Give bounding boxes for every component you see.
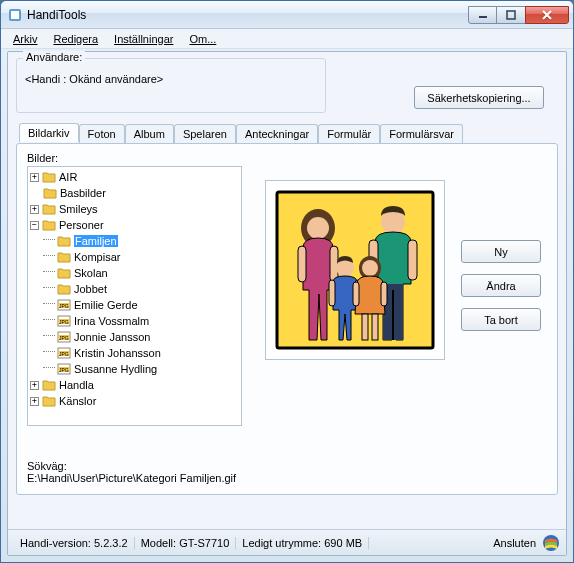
backup-button[interactable]: Säkerhetskopiering... [414, 86, 544, 109]
folder-icon [42, 203, 56, 215]
folder-icon [57, 283, 71, 295]
jpg-icon: JPG [57, 363, 71, 375]
tab-foton[interactable]: Foton [79, 124, 125, 143]
svg-text:JPG: JPG [59, 335, 69, 341]
status-model: GT-S7710 [179, 537, 229, 549]
svg-rect-1 [11, 11, 19, 19]
status-version: 5.2.3.2 [94, 537, 128, 549]
tree-node-label: Personer [59, 219, 104, 231]
svg-rect-26 [408, 240, 417, 280]
window-title: HandiTools [27, 8, 469, 22]
svg-text:JPG: JPG [59, 319, 69, 325]
tab-bildarkiv[interactable]: Bildarkiv [19, 123, 79, 142]
folder-icon [43, 187, 57, 199]
svg-rect-22 [298, 246, 306, 282]
menu-om[interactable]: Om... [181, 31, 224, 47]
tree-node-label: AIR [59, 171, 77, 183]
svg-rect-37 [372, 314, 378, 340]
jpg-icon: JPG [57, 331, 71, 343]
tab-anteckningar[interactable]: Anteckningar [236, 124, 318, 143]
svg-text:JPG: JPG [59, 351, 69, 357]
menu-redigera[interactable]: Redigera [45, 31, 106, 47]
maximize-button[interactable] [496, 6, 526, 24]
status-version-label: Handi-version: [20, 537, 91, 549]
tree-node[interactable]: JPGJonnie Jansson [30, 329, 239, 345]
user-groupbox-label: Användare: [23, 51, 85, 63]
path-label: Sökväg: [27, 460, 236, 472]
expand-icon[interactable]: + [30, 381, 39, 390]
close-button[interactable] [525, 6, 569, 24]
tree-node[interactable]: Skolan [30, 265, 239, 281]
tree-node[interactable]: Jobbet [30, 281, 239, 297]
tree-node[interactable]: +AIR [30, 169, 239, 185]
tree-node-label: Jonnie Jansson [74, 331, 150, 343]
new-button[interactable]: Ny [461, 240, 541, 263]
tree-node-label: Skolan [74, 267, 108, 279]
tree-label: Bilder: [27, 152, 547, 164]
tree-node-label: Familjen [74, 235, 118, 247]
edit-button[interactable]: Ändra [461, 274, 541, 297]
family-icon [275, 190, 435, 350]
folder-icon [42, 219, 56, 231]
tree-node[interactable]: −Personer [30, 217, 239, 233]
svg-point-21 [307, 217, 329, 239]
jpg-icon: JPG [57, 299, 71, 311]
svg-point-33 [362, 260, 378, 276]
tree-node[interactable]: +Handla [30, 377, 239, 393]
svg-rect-35 [381, 282, 387, 306]
menu-installningar[interactable]: Inställningar [106, 31, 181, 47]
folder-icon [42, 379, 56, 391]
collapse-icon[interactable]: − [30, 221, 39, 230]
tree-node[interactable]: +Smileys [30, 201, 239, 217]
expand-icon[interactable]: + [30, 205, 39, 214]
folder-icon [57, 267, 71, 279]
app-icon [7, 7, 23, 23]
tree-node-label: Jobbet [74, 283, 107, 295]
tree-node[interactable]: Basbilder [30, 185, 239, 201]
svg-rect-36 [362, 314, 368, 340]
svg-rect-30 [329, 280, 335, 306]
folder-icon [57, 251, 71, 263]
expand-icon[interactable]: + [30, 173, 39, 182]
tree-view[interactable]: +AIRBasbilder+Smileys−PersonerFamiljenKo… [27, 166, 242, 426]
svg-text:JPG: JPG [59, 303, 69, 309]
tab-album[interactable]: Album [125, 124, 174, 143]
status-model-label: Modell: [141, 537, 176, 549]
status-space: 690 MB [324, 537, 362, 549]
windows-orb-icon [542, 534, 560, 552]
delete-button[interactable]: Ta bort [461, 308, 541, 331]
tree-node-label: Basbilder [60, 187, 106, 199]
tree-node[interactable]: Familjen [30, 233, 239, 249]
tree-node-label: Irina Vossmalm [74, 315, 149, 327]
jpg-icon: JPG [57, 315, 71, 327]
backup-button-label: Säkerhetskopiering... [427, 92, 530, 104]
tab-formulär[interactable]: Formulär [318, 124, 380, 143]
tree-node-label: Handla [59, 379, 94, 391]
minimize-button[interactable] [468, 6, 497, 24]
user-groupbox: Användare: <Handi : Okänd användare> [16, 58, 326, 113]
statusbar: Handi-version: 5.2.3.2 Modell: GT-S7710 … [8, 529, 566, 555]
svg-rect-23 [330, 246, 338, 282]
tree-node[interactable]: JPGEmilie Gerde [30, 297, 239, 313]
menu-arkiv[interactable]: Arkiv [5, 31, 45, 47]
tree-node[interactable]: JPGKristin Johansson [30, 345, 239, 361]
tab-spelaren[interactable]: Spelaren [174, 124, 236, 143]
svg-text:JPG: JPG [59, 367, 69, 373]
tree-node[interactable]: Kompisar [30, 249, 239, 265]
path-value: E:\Handi\User\Picture\Kategori Familjen.… [27, 472, 236, 484]
tree-node[interactable]: +Känslor [30, 393, 239, 409]
tree-node-label: Smileys [59, 203, 98, 215]
user-text: <Handi : Okänd användare> [25, 73, 317, 85]
tab-formulärsvar[interactable]: Formulärsvar [380, 124, 463, 143]
tree-node[interactable]: JPGIrina Vossmalm [30, 313, 239, 329]
svg-rect-34 [353, 282, 359, 306]
menubar: Arkiv Redigera Inställningar Om... [1, 29, 573, 49]
tree-node-label: Emilie Gerde [74, 299, 138, 311]
folder-icon [42, 395, 56, 407]
tree-node[interactable]: JPGSusanne Hydling [30, 361, 239, 377]
expand-icon[interactable]: + [30, 397, 39, 406]
tree-node-label: Kristin Johansson [74, 347, 161, 359]
svg-rect-2 [479, 16, 487, 18]
svg-rect-28 [392, 290, 394, 340]
status-space-label: Ledigt utrymme: [242, 537, 321, 549]
